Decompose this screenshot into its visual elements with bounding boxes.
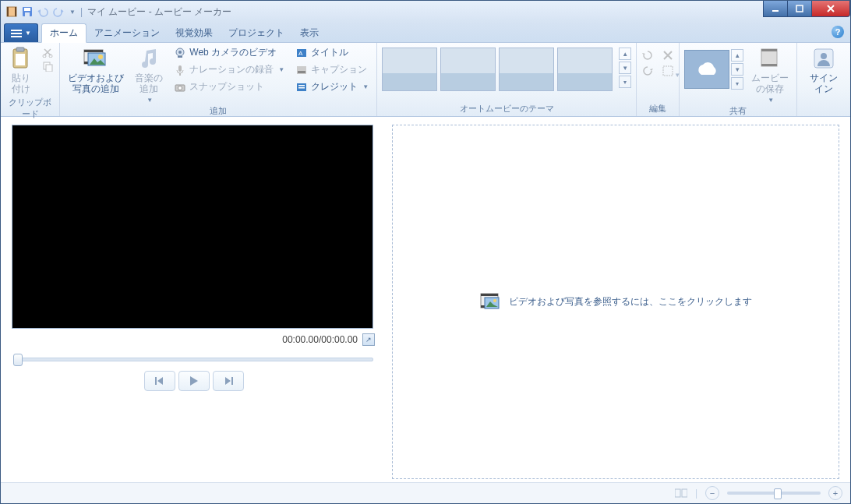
seek-track bbox=[15, 358, 373, 361]
tab-animation[interactable]: アニメーション bbox=[87, 24, 168, 42]
svg-rect-17 bbox=[46, 65, 52, 72]
svg-rect-36 bbox=[298, 87, 305, 89]
svg-rect-19 bbox=[84, 50, 103, 52]
theme-thumb[interactable] bbox=[382, 48, 437, 91]
chevron-down-icon: ▼ bbox=[278, 66, 284, 73]
delete-icon[interactable] bbox=[662, 49, 674, 62]
cut-icon[interactable] bbox=[41, 46, 54, 58]
undo-icon[interactable] bbox=[37, 5, 49, 18]
video-preview bbox=[12, 125, 373, 329]
paste-button[interactable]: 貼り 付け bbox=[5, 44, 37, 97]
zoom-slider[interactable] bbox=[727, 492, 821, 495]
gallery-scroll-up[interactable]: ▲ bbox=[619, 48, 631, 60]
tab-project[interactable]: プロジェクト bbox=[221, 24, 292, 42]
titlebar: ▼ | マイ ムービー - ムービー メーカー bbox=[1, 1, 850, 23]
svg-rect-8 bbox=[11, 30, 22, 31]
app-icon bbox=[5, 5, 18, 18]
signin-button[interactable]: サインイン bbox=[802, 44, 846, 97]
storyboard-dropzone[interactable]: ビデオおよび写真を参照するには、ここをクリックします bbox=[392, 125, 839, 479]
tab-visual-effects[interactable]: 視覚効果 bbox=[168, 24, 221, 42]
group-add: ビデオおよび 写真の追加 音楽の 追加 ▼ Web カメラのビデオ bbox=[60, 43, 377, 116]
help-button[interactable]: ? bbox=[832, 26, 844, 38]
rotate-right-icon[interactable] bbox=[641, 65, 654, 77]
webcam-icon bbox=[174, 47, 186, 59]
qat-dropdown-icon[interactable]: ▼ bbox=[69, 9, 76, 16]
ribbon: 貼り 付け クリップボード bbox=[1, 43, 850, 117]
clipboard-icon bbox=[9, 46, 34, 71]
view-mode-icon[interactable] bbox=[675, 487, 687, 499]
svg-rect-27 bbox=[179, 73, 181, 76]
theme-thumb[interactable] bbox=[557, 48, 613, 91]
title-btn-label: タイトル bbox=[311, 46, 348, 59]
quick-access-toolbar: ▼ bbox=[5, 5, 76, 18]
statusbar: | − + bbox=[1, 482, 850, 503]
play-button[interactable] bbox=[178, 371, 210, 391]
svg-rect-13 bbox=[16, 54, 25, 65]
film-save-icon bbox=[757, 46, 782, 71]
add-videos-photos-button[interactable]: ビデオおよび 写真の追加 bbox=[65, 44, 127, 97]
gallery-scroll-down[interactable]: ▼ bbox=[731, 63, 743, 76]
next-frame-button[interactable] bbox=[213, 371, 244, 391]
svg-rect-33 bbox=[298, 71, 305, 73]
svg-rect-43 bbox=[155, 377, 157, 385]
file-tab[interactable]: ▼ bbox=[4, 23, 38, 42]
chevron-down-icon: ▼ bbox=[25, 30, 31, 37]
save-icon[interactable] bbox=[21, 5, 34, 18]
svg-rect-46 bbox=[481, 294, 498, 296]
svg-point-49 bbox=[493, 299, 496, 302]
svg-rect-10 bbox=[11, 36, 22, 37]
save-movie-button[interactable]: ムービー の保存 ▼ bbox=[748, 44, 792, 105]
zoom-out-button[interactable]: − bbox=[705, 486, 719, 500]
gallery-scroll-up[interactable]: ▲ bbox=[731, 49, 743, 62]
webcam-video-button[interactable]: Web カメラのビデオ bbox=[171, 44, 288, 61]
select-all-icon[interactable]: ▼ bbox=[662, 65, 674, 77]
narration-label: ナレーションの録音 bbox=[189, 63, 274, 76]
close-button[interactable] bbox=[812, 1, 850, 17]
zoom-in-button[interactable]: + bbox=[828, 486, 842, 500]
seek-slider[interactable] bbox=[12, 354, 376, 363]
group-signin: サインイン bbox=[797, 43, 850, 116]
window-controls bbox=[763, 1, 850, 17]
play-icon bbox=[190, 376, 198, 386]
time-display: 00:00.00/00:00.00 bbox=[282, 334, 358, 345]
svg-point-29 bbox=[178, 86, 182, 90]
zoom-thumb[interactable] bbox=[774, 488, 782, 499]
caption-label: キャプション bbox=[311, 63, 367, 76]
group-themes-label: オートムービーのテーマ bbox=[382, 103, 631, 116]
share-cloud-button[interactable] bbox=[684, 50, 729, 89]
snapshot-button[interactable]: スナップショット bbox=[171, 79, 288, 95]
group-edit: ▼ 編集 bbox=[637, 43, 680, 116]
svg-point-22 bbox=[98, 55, 103, 59]
svg-point-42 bbox=[821, 53, 827, 59]
tab-view[interactable]: 表示 bbox=[292, 24, 327, 42]
title-button[interactable]: A タイトル bbox=[292, 44, 372, 61]
fullscreen-button[interactable]: ↗ bbox=[362, 333, 375, 346]
tab-home[interactable]: ホーム bbox=[41, 23, 87, 43]
cloud-icon bbox=[694, 61, 720, 78]
add-music-button[interactable]: 音楽の 追加 ▼ bbox=[132, 44, 166, 105]
rotate-left-icon[interactable] bbox=[641, 49, 654, 62]
chevron-down-icon: ▼ bbox=[768, 97, 774, 104]
prev-frame-button[interactable] bbox=[144, 371, 175, 391]
theme-thumb[interactable] bbox=[499, 48, 554, 91]
webcam-label: Web カメラのビデオ bbox=[189, 46, 277, 59]
gallery-expand[interactable]: ▾ bbox=[619, 76, 631, 88]
snapshot-label: スナップショット bbox=[189, 80, 264, 93]
signin-label: サインイン bbox=[805, 72, 842, 95]
redo-icon[interactable] bbox=[52, 5, 65, 18]
svg-rect-40 bbox=[761, 64, 777, 66]
credits-button[interactable]: クレジット ▼ bbox=[292, 79, 372, 95]
theme-thumb[interactable] bbox=[440, 48, 496, 91]
caption-button[interactable]: キャプション bbox=[292, 62, 372, 78]
seek-thumb[interactable] bbox=[13, 354, 23, 366]
save-movie-label: ムービー の保存 bbox=[751, 72, 789, 95]
gallery-expand[interactable]: ▾ bbox=[731, 77, 743, 90]
copy-icon[interactable] bbox=[41, 60, 54, 72]
record-narration-button[interactable]: ナレーションの録音 ▼ bbox=[171, 62, 288, 78]
svg-rect-35 bbox=[298, 85, 305, 86]
minimize-button[interactable] bbox=[763, 1, 788, 17]
music-note-icon bbox=[136, 46, 161, 71]
svg-rect-5 bbox=[25, 12, 30, 16]
maximize-button[interactable] bbox=[788, 1, 812, 17]
gallery-scroll-down[interactable]: ▼ bbox=[619, 62, 631, 74]
